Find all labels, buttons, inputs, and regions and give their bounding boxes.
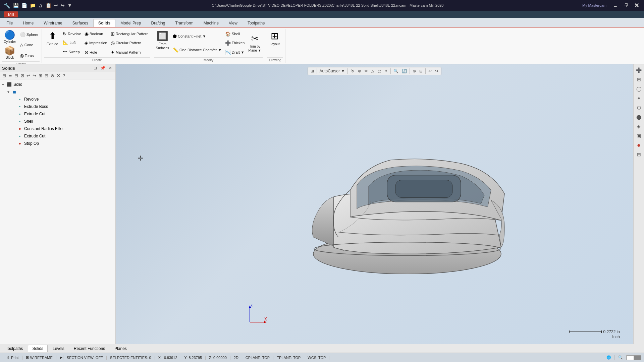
vp-plus-btn[interactable]: ⊕	[357, 68, 363, 74]
expand-solid[interactable]: ▼	[1, 83, 6, 86]
right-minus-btn[interactable]: ⊟	[635, 150, 643, 159]
vp-zoom-out-btn[interactable]: ⊟	[418, 68, 424, 74]
one-distance-chamfer-button[interactable]: 📏 One Distance Chamfer ▼	[171, 47, 223, 53]
sweep-button[interactable]: 〜 Sweep	[61, 48, 83, 56]
layout-button[interactable]: ⊞ Layout	[267, 29, 282, 47]
undo-btn[interactable]: ↩	[53, 2, 59, 9]
vp-mouse-btn[interactable]: 🖱	[349, 68, 356, 74]
my-mastercam-link[interactable]: My Mastercam	[582, 3, 606, 7]
expand-branch[interactable]: ▼	[7, 90, 11, 94]
status-zoom-btn[interactable]: 🔍	[615, 355, 627, 360]
open-btn[interactable]: 📁	[29, 2, 37, 9]
tree-delete-btn[interactable]: ✕	[56, 73, 61, 78]
new-btn[interactable]: 📄	[20, 2, 28, 9]
torus-button[interactable]: ◎ Torus	[18, 52, 40, 59]
float-panel-button[interactable]: ⊡	[92, 65, 98, 71]
tree-node-fillet[interactable]: ● Constant Radius Fillet	[0, 125, 115, 132]
tab-solids[interactable]: Solids	[93, 19, 115, 27]
tree-node-shell[interactable]: ▪ Shell	[0, 118, 115, 125]
right-square-btn[interactable]: ▣	[635, 131, 643, 140]
print-btn[interactable]: 🖨	[37, 2, 44, 9]
tree-node-extrude-cut-1[interactable]: ▪ Extrude Cut	[0, 110, 115, 118]
pin-panel-button[interactable]: 📌	[99, 65, 107, 71]
status-print[interactable]: 🖨 Print	[3, 356, 22, 360]
tree-node-extrude-boss[interactable]: ▪ Extrude Boss	[0, 103, 115, 110]
from-surfaces-button[interactable]: 🔲 FromSurfaces	[154, 29, 171, 51]
tree-suppress-btn[interactable]: ⊗	[50, 73, 55, 78]
vp-circle-btn[interactable]: ◎	[376, 68, 382, 74]
status-wireframe[interactable]: ⊞ WIREFRAME	[22, 355, 56, 360]
tree-undo-btn[interactable]: ↩	[25, 73, 31, 78]
tree-list-btn[interactable]: ≣	[7, 73, 13, 78]
tree-redo-btn[interactable]: ↪	[32, 73, 37, 78]
tree-add-btn[interactable]: ⊞	[38, 73, 43, 78]
cplane-status[interactable]: CPLANE: TOP	[242, 356, 273, 360]
status-expand[interactable]: ▶	[56, 355, 63, 360]
shell-button[interactable]: 🏠 Shell	[224, 31, 246, 37]
status-color2[interactable]	[634, 355, 641, 360]
draft-button[interactable]: 📉 Draft ▼	[224, 49, 246, 56]
tab-home[interactable]: Home	[18, 19, 39, 27]
tree-remove-btn[interactable]: ⊟	[44, 73, 49, 78]
vp-autocursor-btn[interactable]: AutoCursor ▼	[318, 68, 346, 74]
tab-view[interactable]: View	[224, 19, 243, 27]
tab-recent-functions[interactable]: Recent Functions	[69, 345, 109, 352]
impression-button[interactable]: ◈ Impression	[83, 40, 109, 46]
circular-pattern-button[interactable]: ◎ Circular Pattern	[109, 40, 150, 46]
qa-dropdown[interactable]: ▼	[66, 2, 73, 9]
tab-machine[interactable]: Machine	[199, 19, 224, 27]
right-star-btn[interactable]: ✦	[635, 94, 643, 103]
status-globe-btn[interactable]: 🌐	[603, 355, 615, 360]
right-hex-btn[interactable]: ⬡	[635, 103, 643, 112]
boolean-button[interactable]: ◉ Boolean	[83, 31, 109, 37]
vp-zoom-in-btn[interactable]: ⊕	[411, 68, 417, 74]
vp-redo2-btn[interactable]: ↪	[434, 68, 440, 74]
right-dot-btn[interactable]: ⬤	[635, 113, 643, 121]
tree-collapse-btn[interactable]: ⊟	[13, 73, 19, 78]
right-plus-btn[interactable]: ➕	[635, 66, 643, 74]
tab-transform[interactable]: Transform	[170, 19, 198, 27]
verify-btn[interactable]: 📋	[45, 2, 52, 9]
rectangular-pattern-button[interactable]: ⊞ Rectangular Pattern	[109, 31, 150, 37]
tree-help-btn[interactable]: ?	[62, 73, 66, 78]
tree-new-btn[interactable]: ⊞	[1, 73, 7, 78]
block-button[interactable]: 📦 Block	[2, 45, 18, 61]
maximize-button[interactable]: 🗗	[621, 2, 631, 9]
tab-toolpaths[interactable]: Toolpaths	[1, 345, 27, 352]
tree-node-revolve[interactable]: ▪ Revolve	[0, 96, 115, 103]
quick-access-toolbar[interactable]: 🔧 💾 📄 📁 🖨 📋 ↩ ↪ ▼	[3, 2, 73, 9]
right-circle-btn[interactable]: ◯	[635, 84, 643, 93]
vp-rotate-btn[interactable]: 🔄	[400, 68, 408, 74]
minimize-button[interactable]: 🗕	[610, 2, 620, 9]
viewport[interactable]: ⊞ AutoCursor ▼ 🖱 ⊕ ✏ △ ◎ ✦ 🔍 🔄 ⊕ ⊟ ↩ ↪ ✛	[116, 64, 633, 344]
tab-toolpaths[interactable]: Toolpaths	[243, 19, 270, 27]
vp-grid-btn[interactable]: ⊞	[309, 68, 315, 74]
vp-tri-btn[interactable]: △	[370, 68, 376, 74]
vp-zoom-btn[interactable]: 🔍	[392, 68, 400, 74]
tab-planes[interactable]: Planes	[110, 345, 131, 352]
trim-by-plane-button[interactable]: ✂ Trim byPlane ▼	[247, 33, 263, 54]
tab-wireframe[interactable]: Wireframe	[39, 19, 67, 27]
2d-mode-status[interactable]: 2D	[230, 356, 242, 360]
vp-star-btn[interactable]: ✦	[383, 68, 389, 74]
right-grid-btn[interactable]: ⊞	[635, 75, 643, 84]
vp-pencil-btn[interactable]: ✏	[363, 68, 369, 74]
revolve-button[interactable]: ↻ Revolve	[61, 31, 83, 37]
tab-file[interactable]: File	[1, 19, 18, 27]
right-red-btn[interactable]: ●	[635, 141, 643, 149]
manual-pattern-button[interactable]: ✦ Manual Pattern	[109, 49, 150, 56]
tree-node-solid[interactable]: ▼ ⬛ Solid	[0, 81, 115, 88]
tree-node-extrude-cut-2[interactable]: ▪ Extrude Cut	[0, 132, 115, 140]
tab-model-prep[interactable]: Model Prep	[115, 19, 146, 27]
tab-levels[interactable]: Levels	[48, 345, 69, 352]
extrude-button[interactable]: ⬆ Extrude	[44, 29, 61, 47]
thicken-button[interactable]: ➕ Thicken	[224, 40, 246, 46]
close-button[interactable]: 🗙	[632, 2, 641, 9]
constant-fillet-button[interactable]: ⬟ Constant Fillet ▼	[171, 33, 223, 40]
tplane-status[interactable]: TPLANE: TOP	[273, 356, 304, 360]
hole-button[interactable]: ⊙ Hole	[83, 49, 109, 56]
mill-tab-item[interactable]: Mill	[4, 11, 18, 17]
tree-node-stop-op[interactable]: ● Stop Op	[0, 140, 115, 147]
status-color1[interactable]	[627, 355, 634, 360]
tab-solids-bottom[interactable]: Solids	[28, 345, 48, 352]
